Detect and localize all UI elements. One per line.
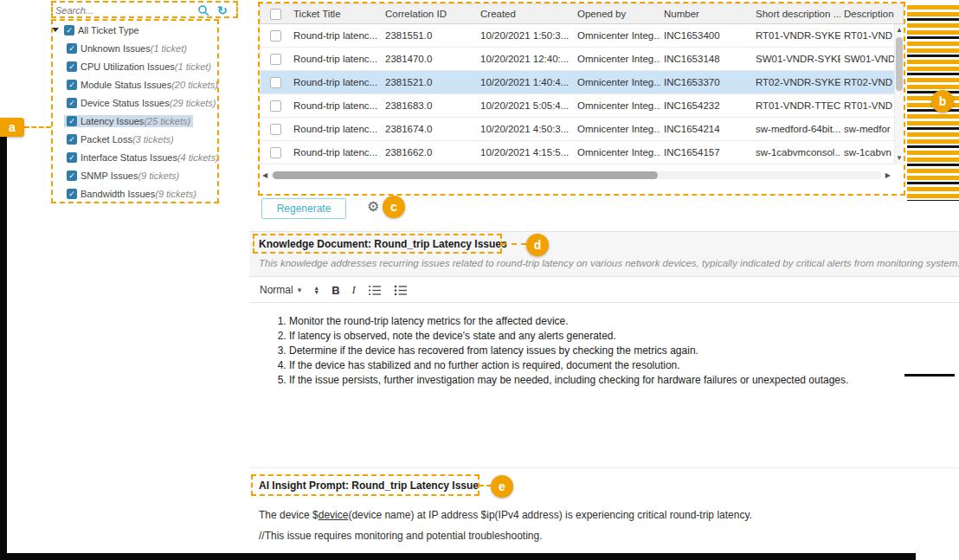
table-row[interactable]: Round-trip latenc... 2381551.0 10/20/202… <box>261 24 894 48</box>
cell-correlation-id: 2381521.0 <box>382 77 477 87</box>
cell-description: RT01-VND <box>840 30 894 41</box>
desktop-edge-bottom <box>0 553 916 560</box>
app-window: ↻ All Ticket Type Unknown Issues(1 ticke… <box>0 0 959 560</box>
prompt-variable-device[interactable]: device <box>319 509 349 521</box>
checkbox-interface-status-issues[interactable] <box>67 152 77 163</box>
row-checkbox[interactable] <box>270 147 281 158</box>
table-row-selected[interactable]: Round-trip latenc... 2381521.0 10/20/202… <box>261 71 894 94</box>
tree-node-packet-loss[interactable]: Packet Loss(3 tickets) <box>52 130 225 148</box>
cell-short-description: sw-1cabvmconsol... <box>752 147 840 158</box>
row-checkbox[interactable] <box>270 30 281 42</box>
tree-node-unknown-issues[interactable]: Unknown Issues(1 ticket) <box>52 39 225 57</box>
tree-node-label: Unknown Issues <box>80 43 151 54</box>
horizontal-scroll-thumb[interactable] <box>273 171 658 179</box>
knowledge-editor-area[interactable]: Monitor the round-trip latency metrics f… <box>249 303 959 463</box>
table-row[interactable]: Round-trip latenc... 2381470.0 10/20/202… <box>261 48 894 71</box>
prompt-text: The device $ <box>259 509 319 521</box>
search-input[interactable] <box>55 5 185 16</box>
column-header-correlation-id[interactable]: Correlation ID <box>382 9 477 19</box>
cell-opened-by: Omnicenter Integ... <box>574 147 660 158</box>
checkbox-packet-loss[interactable] <box>67 134 77 145</box>
cell-opened-by: Omnicenter Integ... <box>574 124 660 134</box>
cell-number: INC1653370 <box>660 77 752 87</box>
annotation-marker-e: e <box>491 475 513 498</box>
redaction-line <box>904 374 955 377</box>
column-header-short-description[interactable]: Short description ... <box>752 9 840 19</box>
row-checkbox[interactable] <box>270 100 281 112</box>
bullet-list-icon[interactable] <box>394 285 408 296</box>
tree-node-latency-issues[interactable]: Latency Issues(25 tickets) <box>52 112 225 130</box>
checkbox-bandwidth-issues[interactable] <box>67 189 77 199</box>
column-header-number[interactable]: Number <box>660 9 752 19</box>
tree-node-count: (20 tickets) <box>171 80 218 90</box>
tree-node-label: Packet Loss <box>80 134 132 145</box>
tree-node-snmp-issues[interactable]: SNMP Issues(9 tickets) <box>52 166 225 184</box>
cell-description: sw-1cabvn <box>840 147 894 158</box>
tree-node-all-ticket-type[interactable]: All Ticket Type <box>52 21 225 39</box>
cell-ticket-title: Round-trip latenc... <box>290 147 382 158</box>
table-row[interactable]: Round-trip latenc... 2381683.0 10/20/202… <box>261 94 894 118</box>
scroll-left-icon[interactable]: ◀ <box>262 171 267 180</box>
tree-node-bandwidth-issues[interactable]: Bandwidth Issues(9 tickets) <box>52 184 225 203</box>
tree-expander-icon[interactable] <box>52 28 59 32</box>
row-checkbox[interactable] <box>270 54 281 65</box>
scroll-down-icon[interactable]: ▼ <box>896 154 903 163</box>
settings-gear-icon[interactable]: ⚙ <box>367 198 379 215</box>
ordered-list-icon[interactable] <box>368 285 382 296</box>
annotation-marker-c: c <box>383 196 405 218</box>
cell-opened-by: Omnicenter Integ... <box>574 77 660 87</box>
tree-node-cpu-utilization-issues[interactable]: CPU Utilization Issues(1 ticket) <box>52 57 225 75</box>
column-header-created[interactable]: Created <box>477 9 574 19</box>
ticket-type-tree: All Ticket Type Unknown Issues(1 ticket)… <box>52 21 225 203</box>
format-dropdown-value: Normal <box>260 284 293 296</box>
table-header-row: Ticket Title Correlation ID Created Open… <box>260 3 904 24</box>
cell-created: 10/20/2021 12:40:... <box>477 54 574 64</box>
tree-node-count: (4 tickets) <box>177 152 219 163</box>
column-header-opened-by[interactable]: Opened by <box>574 9 660 19</box>
column-header-description[interactable]: Description <box>840 9 903 19</box>
font-size-stepper-icon[interactable]: ▲▼ <box>313 286 319 294</box>
refresh-icon[interactable]: ↻ <box>217 4 228 16</box>
tree-node-device-status-issues[interactable]: Device Status Issues(29 tickets) <box>52 93 225 112</box>
checkbox-latency-issues[interactable] <box>67 116 77 126</box>
search-icon[interactable] <box>197 4 209 16</box>
section-divider <box>249 467 959 468</box>
desktop-edge-left <box>0 137 7 560</box>
italic-button[interactable]: I <box>352 283 356 297</box>
cell-description: SW01-VND <box>840 54 894 64</box>
vertical-scrollbar[interactable]: ▲ ▼ <box>894 24 904 164</box>
cell-short-description: SW01-VNDR-SYKE... <box>752 54 840 64</box>
tree-node-count: (9 tickets) <box>155 189 196 199</box>
format-dropdown[interactable]: Normal ▾ <box>260 284 301 296</box>
horizontal-scrollbar[interactable]: ◀ ▶ <box>260 169 893 182</box>
scroll-up-icon[interactable]: ▲ <box>896 26 903 35</box>
regenerate-button[interactable]: Regenerate <box>261 198 346 219</box>
checkbox-cpu-utilization-issues[interactable] <box>67 61 77 72</box>
tree-node-count: (29 tickets) <box>170 98 216 108</box>
checkbox-all-ticket-type[interactable] <box>64 25 74 35</box>
vertical-scroll-thumb[interactable] <box>896 37 903 91</box>
tree-node-count: (1 ticket) <box>151 43 187 54</box>
annotation-marker-a: a <box>0 118 24 137</box>
checkbox-device-status-issues[interactable] <box>67 98 77 108</box>
tree-node-interface-status-issues[interactable]: Interface Status Issues(4 tickets) <box>52 148 225 166</box>
column-header-ticket-title[interactable]: Ticket Title <box>290 9 382 19</box>
checkbox-unknown-issues[interactable] <box>67 43 77 54</box>
bold-button[interactable]: B <box>331 284 339 297</box>
row-checkbox[interactable] <box>270 77 281 88</box>
select-all-checkbox[interactable] <box>270 9 281 20</box>
annotation-connector-e <box>480 485 491 486</box>
cell-short-description: RT02-VNDR-SYKE-... <box>752 77 840 87</box>
cell-number: INC1654157 <box>660 147 752 158</box>
knowledge-summary-text: This knowledge addresses recurring issue… <box>259 258 959 268</box>
scroll-right-icon[interactable]: ▶ <box>885 171 891 180</box>
cell-opened-by: Omnicenter Integ... <box>574 30 660 41</box>
cell-ticket-title: Round-trip latenc... <box>290 30 382 41</box>
checkbox-snmp-issues[interactable] <box>67 171 77 181</box>
cell-created: 10/20/2021 4:50:3... <box>477 124 574 134</box>
table-row[interactable]: Round-trip latenc... 2381662.0 10/20/202… <box>261 141 894 164</box>
row-checkbox[interactable] <box>270 124 281 135</box>
table-row[interactable]: Round-trip latenc... 2381674.0 10/20/202… <box>261 118 894 141</box>
tree-node-module-status-issues[interactable]: Module Status Issues(20 tickets) <box>52 75 225 93</box>
checkbox-module-status-issues[interactable] <box>67 80 77 90</box>
